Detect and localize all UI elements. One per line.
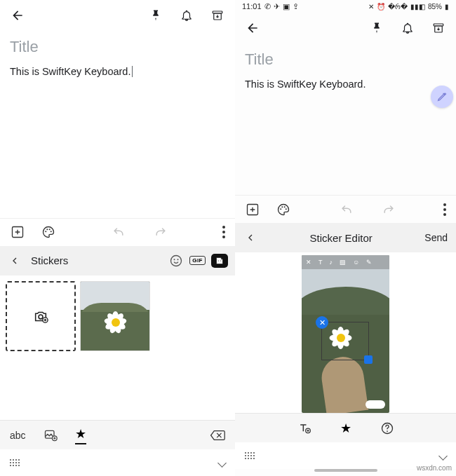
palette-icon[interactable] bbox=[276, 202, 291, 217]
app-header bbox=[235, 13, 456, 43]
star-button[interactable]: ★ bbox=[340, 421, 351, 436]
svg-point-22 bbox=[286, 208, 287, 210]
status-time: 11:01 bbox=[242, 2, 262, 11]
spacer bbox=[0, 84, 235, 218]
chevron-left-icon[interactable] bbox=[243, 230, 257, 245]
text-add-icon[interactable] bbox=[297, 421, 312, 436]
sticker-thumbnail[interactable] bbox=[80, 281, 150, 351]
add-icon[interactable] bbox=[245, 202, 260, 217]
wifi-icon: �რ� bbox=[388, 3, 408, 11]
crop-resize-handle[interactable] bbox=[364, 355, 373, 364]
svg-point-6 bbox=[51, 231, 52, 232]
keyboard-mode-bar: abc ★ bbox=[0, 420, 235, 449]
sticker-tab-icon[interactable] bbox=[211, 254, 228, 268]
message-icon: ▣ bbox=[283, 2, 290, 11]
archive-icon[interactable] bbox=[210, 8, 225, 23]
body-input[interactable]: This is SwiftKey Keyboard. bbox=[245, 79, 446, 90]
gif-icon[interactable]: GIF bbox=[189, 256, 206, 265]
tool-close-icon[interactable]: ✕ bbox=[306, 259, 311, 266]
sticker-editor-canvas-wrap: ✕ T ♪ ▧ ☺ ✎ ✕ bbox=[235, 252, 456, 413]
pane-left: Title This is SwiftKey Keyboard. bbox=[0, 0, 235, 476]
note-toolbar bbox=[0, 218, 235, 246]
send-button[interactable]: Send bbox=[424, 232, 448, 243]
tool-draw-icon[interactable]: ✎ bbox=[366, 259, 372, 266]
canvas-toolbar[interactable]: ✕ T ♪ ▧ ☺ ✎ bbox=[302, 255, 389, 269]
body-input[interactable]: This is SwiftKey Keyboard. bbox=[10, 66, 225, 77]
overflow-menu-icon[interactable] bbox=[222, 226, 225, 238]
reminder-icon[interactable] bbox=[179, 8, 194, 23]
svg-point-7 bbox=[171, 255, 182, 266]
redo-icon[interactable] bbox=[153, 224, 168, 240]
tool-collection-icon[interactable]: ▧ bbox=[340, 259, 346, 266]
archive-icon[interactable] bbox=[431, 20, 446, 36]
keyboard-mode-bar: ★ bbox=[235, 413, 456, 442]
battery-icon: ▮ bbox=[445, 3, 449, 11]
star-button[interactable]: ★ bbox=[75, 426, 86, 444]
whatsapp-icon: ✆ bbox=[264, 2, 271, 11]
image-plus-icon[interactable] bbox=[43, 428, 58, 443]
back-icon[interactable] bbox=[10, 8, 25, 23]
undo-icon[interactable] bbox=[111, 224, 126, 240]
keyboard-category-bar: Stickers GIF bbox=[0, 246, 235, 276]
text-cursor bbox=[132, 66, 133, 77]
chevron-down-icon[interactable] bbox=[219, 456, 225, 469]
telegram-icon: ✈ bbox=[274, 2, 280, 11]
tool-sticker-icon[interactable]: ☺ bbox=[353, 259, 359, 266]
upload-icon: ⇪ bbox=[293, 2, 299, 11]
create-sticker-slot[interactable] bbox=[6, 281, 76, 351]
note-toolbar bbox=[235, 195, 456, 223]
status-bar: 11:01 ✆ ✈ ▣ ⇪ ✕ ⏰ �რ� ▮▮◧ 85% ▮ bbox=[235, 0, 456, 13]
svg-point-4 bbox=[46, 229, 48, 230]
crop-selection[interactable]: ✕ bbox=[321, 322, 369, 360]
title-input[interactable]: Title bbox=[10, 38, 225, 56]
back-icon[interactable] bbox=[245, 20, 260, 36]
svg-point-5 bbox=[49, 229, 51, 230]
magic-compose-fab[interactable] bbox=[431, 86, 453, 108]
redo-icon[interactable] bbox=[381, 202, 396, 217]
nav-home-pill[interactable] bbox=[314, 469, 377, 472]
keyboard-layout-icon[interactable] bbox=[10, 459, 20, 466]
signal-icon: ▮▮◧ bbox=[410, 3, 425, 11]
pin-icon[interactable] bbox=[148, 8, 163, 23]
palette-icon[interactable] bbox=[41, 224, 56, 240]
tool-music-icon[interactable]: ♪ bbox=[330, 259, 333, 266]
category-label: Stickers bbox=[31, 254, 68, 266]
add-icon[interactable] bbox=[10, 224, 25, 240]
reminder-icon[interactable] bbox=[400, 20, 415, 36]
spacer bbox=[235, 97, 456, 195]
svg-point-3 bbox=[45, 231, 46, 232]
editor-title: Sticker Editor bbox=[257, 232, 424, 244]
watermark: wsxdn.com bbox=[417, 464, 452, 472]
keyboard-collapse-bar bbox=[0, 449, 235, 476]
battery-text: 85% bbox=[428, 3, 442, 11]
note-editor[interactable]: Title This is SwiftKey Keyboard. bbox=[235, 43, 456, 97]
undo-icon[interactable] bbox=[339, 202, 354, 217]
svg-point-11 bbox=[220, 260, 221, 261]
backspace-icon[interactable] bbox=[210, 428, 225, 443]
svg-point-10 bbox=[218, 260, 219, 261]
canvas-chip[interactable] bbox=[366, 400, 385, 409]
overflow-menu-icon[interactable] bbox=[443, 203, 446, 216]
svg-point-9 bbox=[177, 259, 179, 260]
svg-point-12 bbox=[39, 314, 43, 318]
svg-point-8 bbox=[174, 259, 175, 260]
chevron-down-icon[interactable] bbox=[440, 449, 446, 462]
abc-button[interactable]: abc bbox=[10, 430, 26, 441]
emoji-icon[interactable] bbox=[168, 253, 184, 268]
pin-icon[interactable] bbox=[369, 20, 384, 36]
chevron-left-icon[interactable] bbox=[7, 253, 22, 268]
app-header bbox=[0, 0, 235, 31]
title-input[interactable]: Title bbox=[245, 50, 446, 69]
daisy-image bbox=[105, 311, 127, 334]
body-text: This is SwiftKey Keyboard. bbox=[245, 79, 366, 90]
sticker-editor-canvas[interactable]: ✕ T ♪ ▧ ☺ ✎ ✕ bbox=[302, 255, 389, 413]
camera-plus-icon bbox=[33, 308, 48, 324]
alarm-icon: ⏰ bbox=[377, 3, 385, 11]
crop-delete-icon[interactable]: ✕ bbox=[316, 316, 328, 329]
keyboard-layout-icon[interactable] bbox=[245, 452, 255, 459]
note-editor[interactable]: Title This is SwiftKey Keyboard. bbox=[0, 31, 235, 84]
help-icon[interactable] bbox=[380, 421, 395, 436]
svg-point-21 bbox=[284, 206, 286, 208]
svg-point-20 bbox=[281, 206, 283, 208]
tool-text-icon[interactable]: T bbox=[318, 259, 323, 266]
